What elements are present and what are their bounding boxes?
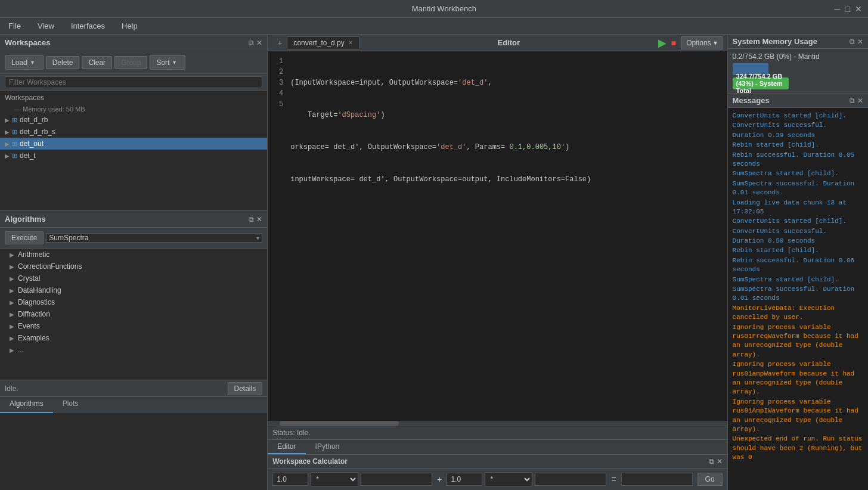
algo-dropdown-arrow[interactable]: ▾ <box>256 235 259 241</box>
ws-calc-float-icon[interactable]: ⧉ <box>709 457 714 466</box>
ws-label-2: det_out <box>20 139 44 148</box>
load-dropdown-arrow[interactable]: ▾ <box>27 57 37 67</box>
tab-algorithms[interactable]: Algorithms <box>0 397 53 413</box>
editor-tab-editor[interactable]: Editor <box>268 440 305 454</box>
stop-button[interactable]: ■ <box>671 38 676 48</box>
right-panel: System Memory Usage ⧉ ✕ 0.2/754.2 GB (0%… <box>728 35 868 490</box>
ws-calc-title: Workspace Calculator <box>272 457 348 466</box>
ws-calc-close-icon[interactable]: ✕ <box>717 457 723 466</box>
workspace-list: Workspaces — Memory used: 50 MB ▶ ⊞ det_… <box>0 91 267 210</box>
filter-workspaces-input[interactable] <box>5 76 262 88</box>
ws-icon-1: ⊞ <box>12 128 17 136</box>
message-line: Ignoring process variable rus01AmpIWavef… <box>733 398 863 435</box>
window-controls[interactable]: ─ □ ✕ <box>835 4 862 14</box>
algo-item-2[interactable]: ▶ Crystal <box>0 272 267 284</box>
close-button[interactable]: ✕ <box>855 4 862 14</box>
algorithms-section: Algorithms ⧉ ✕ Execute ▾ ▶ Arithmetic <box>0 210 267 413</box>
ws-expand-arrow-3: ▶ <box>5 153 10 159</box>
group-button[interactable]: Group <box>114 56 147 69</box>
menu-interfaces[interactable]: Interfaces <box>67 20 108 32</box>
left-panel: Workspaces ⧉ ✕ Load ▾ Delete Clear Group… <box>0 35 268 490</box>
messages-controls[interactable]: ⧉ ✕ <box>850 97 863 105</box>
editor-tab-file[interactable]: convert_to_d.py ✕ <box>287 36 359 49</box>
ws-expand-arrow-2: ▶ <box>5 141 10 147</box>
maximize-button[interactable]: □ <box>845 4 850 14</box>
workspaces-header-controls[interactable]: ⧉ ✕ <box>249 39 262 47</box>
message-line: SumSpectra started [child]. <box>733 169 863 178</box>
message-line: Rebin started [child]. <box>733 141 863 150</box>
algo-close-icon[interactable]: ✕ <box>256 215 262 224</box>
algorithm-select-input[interactable] <box>49 234 256 242</box>
code-content[interactable]: (InputWorkspace=input, OutputWorkspace='… <box>286 51 596 421</box>
minimize-button[interactable]: ─ <box>835 4 841 14</box>
algo-expand-5: ▶ <box>10 311 14 318</box>
algo-item-0[interactable]: ▶ Arithmetic <box>0 249 267 260</box>
calc-result[interactable] <box>621 473 693 486</box>
algo-item-8[interactable]: ▶ ... <box>0 344 267 356</box>
load-button[interactable]: Load ▾ <box>5 55 44 70</box>
run-button[interactable]: ▶ <box>658 36 666 49</box>
message-line: ConvertUnits successful. <box>733 121 863 130</box>
message-line: SumSpectra successful. Duration 0.01 sec… <box>733 285 863 303</box>
menu-help[interactable]: Help <box>118 20 141 32</box>
menu-file[interactable]: File <box>5 20 24 32</box>
sys-mem-close-icon[interactable]: ✕ <box>857 38 863 46</box>
workspaces-close-icon[interactable]: ✕ <box>256 39 262 47</box>
workspace-group-root: Workspaces <box>0 91 267 104</box>
workspace-item-1[interactable]: ▶ ⊞ det_d_rb_s <box>0 126 267 138</box>
workspaces-float-icon[interactable]: ⧉ <box>249 39 254 47</box>
editor-scrollbar[interactable] <box>268 421 727 426</box>
workspace-item-2[interactable]: ▶ ⊞ det_out <box>0 138 267 150</box>
calc-workspace1[interactable] <box>361 473 432 486</box>
execute-button[interactable]: Execute <box>5 231 44 244</box>
workspace-item-0[interactable]: ▶ ⊞ det_d_rb <box>0 114 267 126</box>
calc-op2-select[interactable]: * <box>485 472 532 486</box>
ws-calc-controls[interactable]: ⧉ ✕ <box>709 457 723 466</box>
messages-header: Messages ⧉ ✕ <box>728 94 868 108</box>
sort-button[interactable]: Sort ▾ <box>150 55 185 70</box>
new-tab-button[interactable]: + <box>272 36 287 49</box>
message-line: ConvertUnits started [child]. <box>733 217 863 226</box>
algo-item-4[interactable]: ▶ Diagnostics <box>0 296 267 308</box>
options-arrow: ▾ <box>714 39 717 47</box>
sys-mem-float-icon[interactable]: ⧉ <box>850 38 855 46</box>
message-line: Ignoring process variable rus01FreqWavef… <box>733 323 863 360</box>
calc-val2[interactable] <box>447 473 482 486</box>
menu-view[interactable]: View <box>34 20 58 32</box>
editor-scrollbar-thumb[interactable] <box>280 421 399 426</box>
clear-button[interactable]: Clear <box>82 56 112 69</box>
tab-plots[interactable]: Plots <box>53 397 88 413</box>
options-button[interactable]: Options ▾ <box>681 36 722 49</box>
calc-val1[interactable] <box>272 473 308 486</box>
algo-item-6[interactable]: ▶ Events <box>0 320 267 332</box>
sys-mem-controls[interactable]: ⧉ ✕ <box>850 38 863 46</box>
editor-tab-ipython[interactable]: IPython <box>306 440 349 454</box>
details-button[interactable]: Details <box>228 382 263 395</box>
algo-expand-4: ▶ <box>10 299 14 306</box>
calc-op1-select[interactable]: * <box>311 472 358 486</box>
sys-mem-header: System Memory Usage ⧉ ✕ <box>728 35 868 49</box>
delete-button[interactable]: Delete <box>46 56 80 69</box>
algo-select-wrapper[interactable]: ▾ <box>46 233 262 243</box>
messages-close-icon[interactable]: ✕ <box>857 97 863 105</box>
calc-workspace2[interactable] <box>535 473 606 486</box>
algo-expand-2: ▶ <box>10 275 14 282</box>
sort-dropdown-arrow[interactable]: ▾ <box>169 57 179 67</box>
algo-item-5[interactable]: ▶ Diffraction <box>0 308 267 320</box>
algo-item-7[interactable]: ▶ Examples <box>0 332 267 344</box>
sys-mem-title: System Memory Usage <box>733 37 817 46</box>
message-line: MonitorLiveData: Execution cancelled by … <box>733 304 863 322</box>
algo-float-icon[interactable]: ⧉ <box>249 215 254 224</box>
calc-operator: + <box>435 475 444 484</box>
messages-float-icon[interactable]: ⧉ <box>850 97 855 105</box>
algo-header-controls[interactable]: ⧉ ✕ <box>249 215 262 224</box>
algo-item-1[interactable]: ▶ CorrectionFunctions <box>0 260 267 272</box>
ws-calc-row: * + * = Go <box>268 469 727 490</box>
editor-tab-close[interactable]: ✕ <box>348 39 353 46</box>
calc-go-button[interactable]: Go <box>698 473 723 486</box>
code-editor[interactable]: 1 2 3 4 5 (InputWorkspace=input, OutputW… <box>268 51 727 421</box>
menu-bar: File View Interfaces Help <box>0 18 868 35</box>
editor-status: Status: Idle. <box>268 426 727 439</box>
workspace-item-3[interactable]: ▶ ⊞ det_t <box>0 150 267 162</box>
algo-item-3[interactable]: ▶ DataHandling <box>0 284 267 296</box>
